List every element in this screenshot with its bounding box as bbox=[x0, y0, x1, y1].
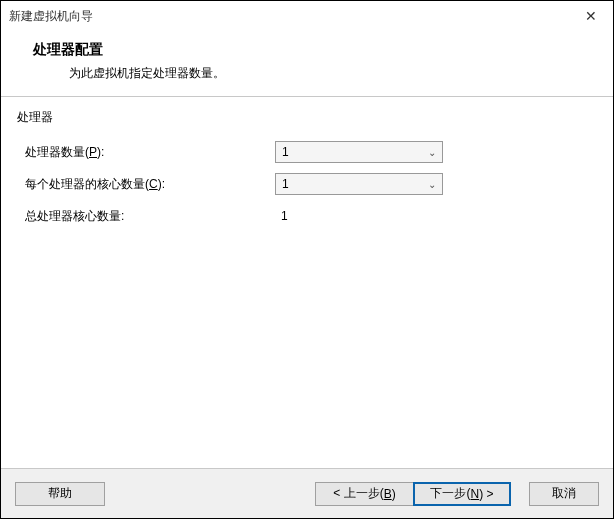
page-subtitle: 为此虚拟机指定处理器数量。 bbox=[69, 65, 613, 82]
wizard-footer: 帮助 < 上一步(B) 下一步(N) > 取消 bbox=[1, 468, 613, 518]
label-cores-per-processor: 每个处理器的核心数量(C): bbox=[25, 176, 275, 193]
select-processor-count-value: 1 bbox=[282, 145, 428, 159]
window-title: 新建虚拟机向导 bbox=[9, 8, 577, 25]
select-processor-count[interactable]: 1 ⌄ bbox=[275, 141, 443, 163]
wizard-window: 新建虚拟机向导 ✕ 处理器配置 为此虚拟机指定处理器数量。 处理器 处理器数量(… bbox=[0, 0, 614, 519]
row-processor-count: 处理器数量(P): 1 ⌄ bbox=[17, 136, 597, 168]
close-icon[interactable]: ✕ bbox=[577, 8, 605, 24]
label-total-cores: 总处理器核心数量: bbox=[25, 208, 275, 225]
nav-button-group: < 上一步(B) 下一步(N) > bbox=[315, 482, 511, 506]
chevron-down-icon: ⌄ bbox=[428, 147, 436, 158]
row-cores-per-processor: 每个处理器的核心数量(C): 1 ⌄ bbox=[17, 168, 597, 200]
page-title: 处理器配置 bbox=[33, 41, 613, 59]
wizard-header: 处理器配置 为此虚拟机指定处理器数量。 bbox=[1, 31, 613, 96]
cancel-button[interactable]: 取消 bbox=[529, 482, 599, 506]
back-button[interactable]: < 上一步(B) bbox=[315, 482, 413, 506]
select-cores-per-processor[interactable]: 1 ⌄ bbox=[275, 173, 443, 195]
select-cores-value: 1 bbox=[282, 177, 428, 191]
label-processor-count: 处理器数量(P): bbox=[25, 144, 275, 161]
next-button[interactable]: 下一步(N) > bbox=[413, 482, 511, 506]
row-total-cores: 总处理器核心数量: 1 bbox=[17, 200, 597, 232]
value-total-cores: 1 bbox=[275, 209, 288, 223]
chevron-down-icon: ⌄ bbox=[428, 179, 436, 190]
titlebar: 新建虚拟机向导 ✕ bbox=[1, 1, 613, 31]
group-label-processors: 处理器 bbox=[17, 109, 597, 126]
content-area: 处理器 处理器数量(P): 1 ⌄ 每个处理器的核心数量(C): 1 ⌄ 总处理… bbox=[1, 97, 613, 468]
help-button[interactable]: 帮助 bbox=[15, 482, 105, 506]
